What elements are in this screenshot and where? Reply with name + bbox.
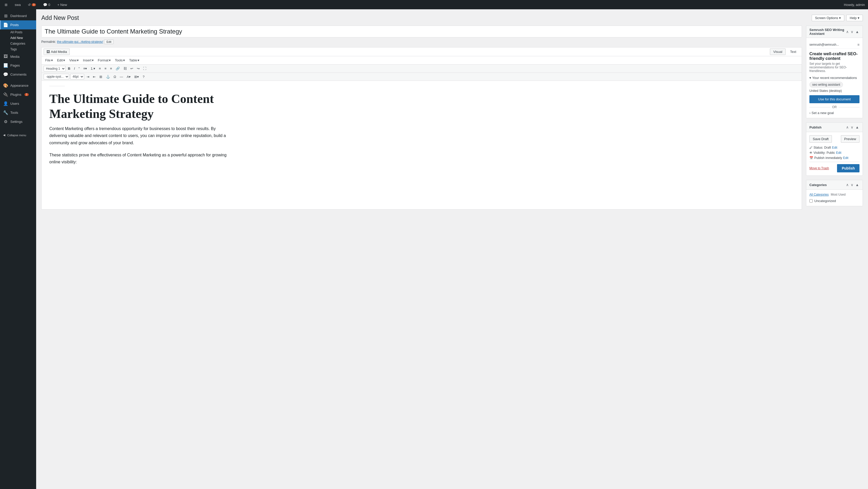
publish-button[interactable]: Publish <box>837 164 860 172</box>
sidebar-item-comments[interactable]: 💬 Comments <box>0 70 36 79</box>
semrush-menu-icon[interactable]: ≡ <box>858 42 860 47</box>
text-color-button[interactable]: A▾ <box>125 74 132 79</box>
align-left-button[interactable]: ≡ <box>98 66 102 71</box>
collapse-label: Collapse menu <box>7 134 26 137</box>
seo-panel-expand-btn[interactable]: ∨ <box>850 29 854 34</box>
editor-heading: The Ultimate Guide to Content Marketing … <box>49 91 230 121</box>
chevron-down-icon: ▾ <box>809 76 811 80</box>
recommendations-header[interactable]: ▾ Your recent recommendations <box>809 76 860 80</box>
category-uncategorized: Uncategorized <box>809 199 860 203</box>
sidebar-subitem-all-posts[interactable]: All Posts <box>0 29 36 35</box>
add-media-button[interactable]: 🖼 Add Media <box>43 48 70 55</box>
new-post-btn[interactable]: + New <box>56 0 68 9</box>
status-value: Draft <box>824 146 831 150</box>
fullscreen-button[interactable]: ⛶ <box>142 66 148 71</box>
visibility-edit-link[interactable]: Edit <box>836 151 841 155</box>
table-tools-button[interactable]: ⊞▾ <box>133 74 140 79</box>
permalink-edit-button[interactable]: Edit <box>104 39 114 44</box>
set-new-goal-btn[interactable]: › Set a new goal <box>809 111 860 115</box>
ordered-list-button[interactable]: 1.▾ <box>89 66 97 71</box>
use-for-document-button[interactable]: Use for this document <box>809 95 860 103</box>
link-button[interactable]: 🔗 <box>114 66 121 71</box>
wp-logo-icon: ⊞ <box>5 3 7 7</box>
tab-visual[interactable]: Visual <box>770 48 786 55</box>
dashboard-icon: ⊞ <box>3 13 8 18</box>
heading-select[interactable]: Heading 1 <box>43 66 66 71</box>
menu-table[interactable]: Table ▾ <box>128 57 141 63</box>
add-media-icon: 🖼 <box>46 50 50 54</box>
menu-tools[interactable]: Tools ▾ <box>113 57 126 63</box>
location-text: United States (desktop) <box>809 89 860 93</box>
blockquote-button[interactable]: " <box>77 66 81 71</box>
move-to-trash-link[interactable]: Move to Trash <box>809 166 829 170</box>
tab-all-categories[interactable]: All Categories <box>809 193 829 196</box>
sidebar-subitem-add-new[interactable]: Add New <box>0 35 36 41</box>
menu-insert[interactable]: Insert ▾ <box>81 57 95 63</box>
screen-options-button[interactable]: Screen Options ▾ <box>812 15 844 21</box>
italic-button[interactable]: I <box>72 66 76 71</box>
menu-view[interactable]: View ▾ <box>68 57 80 63</box>
undo-button[interactable]: ↩ <box>129 66 134 71</box>
publish-panel-detach-btn[interactable]: ▲ <box>855 125 860 130</box>
tab-text[interactable]: Text <box>787 48 800 55</box>
sidebar-item-settings[interactable]: ⚙ Settings <box>0 117 36 126</box>
font-size-select[interactable]: 46pt <box>70 74 84 79</box>
site-name[interactable]: swa <box>13 0 22 9</box>
or-divider: OR <box>809 105 860 109</box>
help-editor-button[interactable]: ? <box>141 74 146 79</box>
status-edit-link[interactable]: Edit <box>832 146 837 150</box>
sidebar-collapse-btn[interactable]: ◀ Collapse menu <box>0 131 36 139</box>
post-title-input[interactable] <box>41 26 802 37</box>
save-draft-button[interactable]: Save Draft <box>809 135 832 143</box>
admin-bar: ⊞ swa ↺ 9 💬 0 + New Howdy, admin <box>0 0 868 9</box>
sidebar-subitem-tags[interactable]: Tags <box>0 46 36 52</box>
unlink-button[interactable]: ⛓ <box>122 66 128 71</box>
seo-panel-actions: ∧ ∨ ▲ <box>845 29 860 34</box>
menu-file[interactable]: File ▾ <box>43 57 55 63</box>
redo-button[interactable]: ↪ <box>135 66 141 71</box>
sidebar-item-media[interactable]: 🖼 Media <box>0 52 36 61</box>
categories-detach-btn[interactable]: ▲ <box>855 182 860 187</box>
horizontal-rule-button[interactable]: — <box>119 74 124 79</box>
sidebar-item-posts[interactable]: 📄 Posts <box>0 21 36 29</box>
categories-expand-btn[interactable]: ∨ <box>850 182 854 187</box>
categories-collapse-btn[interactable]: ∧ <box>845 182 849 187</box>
special-chars-button[interactable]: Ω <box>112 74 118 79</box>
unordered-list-button[interactable]: ≡▾ <box>82 66 89 71</box>
editor-container: Permalink: the-ultimate-gui...rketing-st… <box>41 26 863 210</box>
publish-date-row: 📅 Publish immediately Edit <box>809 156 860 160</box>
menu-edit[interactable]: Edit ▾ <box>56 57 67 63</box>
sidebar-subitem-categories[interactable]: Categories <box>0 41 36 46</box>
permalink-link[interactable]: the-ultimate-gui...rketing-strategy/ <box>57 40 103 43</box>
sidebar-item-users[interactable]: 👤 Users <box>0 99 36 108</box>
wp-logo[interactable]: ⊞ <box>3 0 9 9</box>
publish-panel-actions: ∧ ∨ ▲ <box>845 125 860 130</box>
outdent-button[interactable]: ⇤ <box>92 74 97 79</box>
tab-most-used[interactable]: Most Used <box>831 193 845 196</box>
sidebar-item-dashboard[interactable]: ⊞ Dashboard <box>0 11 36 21</box>
sidebar-item-appearance[interactable]: 🎨 Appearance <box>0 81 36 90</box>
sidebar-label-posts: Posts <box>10 23 19 27</box>
preview-button[interactable]: Preview <box>841 135 860 143</box>
seo-panel-detach-btn[interactable]: ▲ <box>855 29 860 34</box>
sidebar-item-plugins[interactable]: 🔌 Plugins 3 <box>0 90 36 99</box>
sidebar-item-pages[interactable]: 📃 Pages <box>0 61 36 70</box>
insert-table-button[interactable]: ⊞ <box>98 74 103 79</box>
align-center-button[interactable]: ≡ <box>103 66 108 71</box>
seo-panel-collapse-btn[interactable]: ∧ <box>845 29 849 34</box>
bold-button[interactable]: B <box>67 66 71 71</box>
indent-button[interactable]: ⇥ <box>85 74 91 79</box>
publish-panel-expand-btn[interactable]: ∨ <box>850 125 854 130</box>
menu-format[interactable]: Format ▾ <box>96 57 112 63</box>
sidebar-item-tools[interactable]: 🔧 Tools <box>0 108 36 117</box>
align-right-button[interactable]: ≡ <box>109 66 113 71</box>
anchor-button[interactable]: ⚓ <box>104 74 111 79</box>
font-family-select[interactable]: -apple-syst... <box>43 74 69 79</box>
help-button[interactable]: Help ▾ <box>846 15 863 21</box>
publish-panel-collapse-btn[interactable]: ∧ <box>845 125 849 130</box>
editor-content[interactable]: The Ultimate Guide to Content Marketing … <box>41 80 802 209</box>
comments-btn[interactable]: 💬 0 <box>41 0 52 9</box>
publish-date-edit-link[interactable]: Edit <box>843 156 848 160</box>
updates-btn[interactable]: ↺ 9 <box>26 0 37 9</box>
category-uncategorized-checkbox[interactable] <box>809 199 813 202</box>
